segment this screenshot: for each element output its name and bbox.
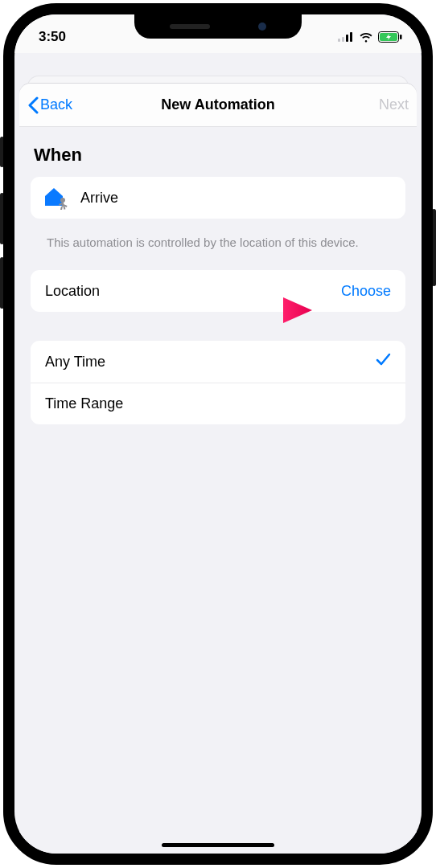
- svg-rect-2: [346, 35, 348, 42]
- wifi-icon: [359, 32, 373, 43]
- home-indicator[interactable]: [162, 843, 274, 847]
- modal-card: Back New Automation Next When: [19, 84, 417, 854]
- content: When: [19, 127, 417, 854]
- svg-rect-1: [342, 37, 344, 42]
- back-label: Back: [40, 96, 72, 113]
- status-time: 3:50: [39, 29, 66, 45]
- trigger-row-arrive[interactable]: Arrive: [31, 177, 405, 219]
- time-range-row[interactable]: Time Range: [31, 383, 405, 424]
- section-heading: When: [34, 145, 402, 166]
- phone-frame: 3:50: [3, 3, 433, 865]
- notch: [134, 14, 302, 39]
- location-row[interactable]: Location Choose: [31, 270, 405, 312]
- front-camera: [258, 23, 266, 31]
- svg-rect-3: [350, 32, 352, 42]
- arrive-home-icon: [42, 186, 69, 210]
- cellular-signal-icon: [338, 32, 354, 42]
- trigger-group: Arrive: [31, 177, 405, 219]
- location-group: Location Choose: [31, 270, 405, 312]
- nav-bar: Back New Automation Next: [19, 84, 417, 127]
- time-range-label: Time Range: [45, 395, 391, 412]
- time-group: Any Time Time Range: [31, 341, 405, 424]
- checkmark-icon: [375, 351, 391, 372]
- svg-rect-0: [338, 39, 340, 42]
- location-choose[interactable]: Choose: [341, 283, 391, 300]
- trigger-helper: This automation is controlled by the loc…: [31, 227, 405, 270]
- phone-screen: 3:50: [14, 14, 422, 854]
- trigger-label: Arrive: [80, 190, 391, 207]
- chevron-left-icon: [27, 96, 39, 114]
- svg-rect-6: [400, 35, 402, 39]
- location-label: Location: [45, 283, 341, 300]
- battery-charging-icon: [378, 31, 402, 43]
- nav-title: New Automation: [19, 96, 417, 113]
- back-button[interactable]: Back: [27, 96, 72, 114]
- time-any-row[interactable]: Any Time: [31, 341, 405, 383]
- time-any-label: Any Time: [45, 354, 375, 371]
- next-button: Next: [379, 96, 409, 113]
- speaker-grille: [170, 24, 210, 29]
- status-icons: [338, 31, 402, 43]
- svg-point-7: [60, 198, 65, 203]
- svg-rect-11: [60, 207, 63, 210]
